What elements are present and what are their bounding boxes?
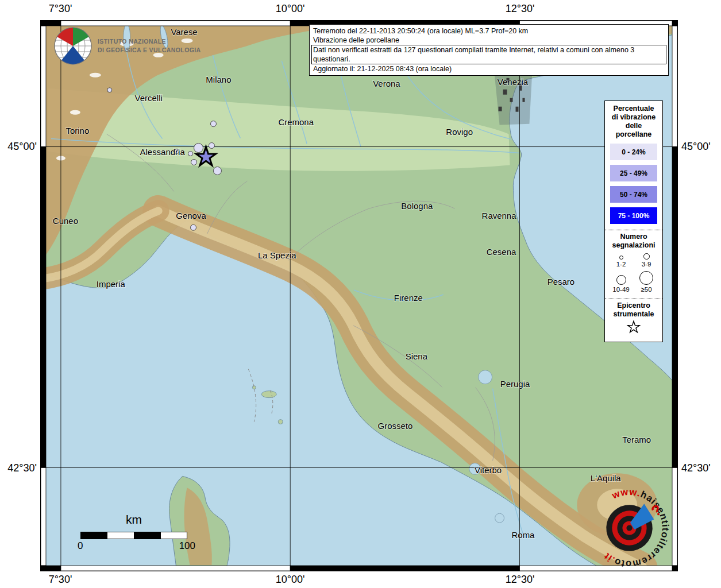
city-label-alessandria: Alessandria — [140, 148, 186, 157]
city-label-torino: Torino — [65, 126, 89, 136]
axis-label-right-1: 45°00' — [681, 141, 711, 153]
legend-class-2: 50 - 74% — [610, 186, 657, 203]
legend-class-1: 25 - 49% — [610, 165, 657, 181]
axis-label-top-2: 10°00' — [276, 3, 305, 15]
signal-size-circle — [639, 271, 653, 285]
signal-size-3: ≥50 — [634, 271, 659, 293]
city-label-bologna: Bologna — [401, 201, 433, 211]
scale-end-label: 100 — [179, 540, 195, 552]
event-updated-at: Aggiornato il: 21-12-2025 08:43 (ora loc… — [313, 64, 665, 74]
scale-start-label: 0 — [78, 540, 83, 552]
city-label-grosseto: Grosseto — [378, 421, 413, 431]
city-label-imperia: Imperia — [97, 279, 126, 289]
axis-label-top-1: 7°30' — [49, 3, 72, 15]
city-label-cremona: Cremona — [278, 117, 314, 127]
legend-epicenter-title: Epicentro strumentale — [605, 301, 662, 319]
signal-size-0: 1-2 — [608, 253, 634, 268]
axis-label-bottom-3: 12°30' — [506, 574, 535, 586]
observation-circle-8 — [191, 225, 196, 230]
signal-size-circle — [616, 275, 626, 285]
legend-epicenter-title-line: strumentale — [605, 310, 662, 319]
legend-title-line: di vibrazione — [605, 113, 662, 122]
legend-title-line: delle — [605, 122, 662, 130]
legend-signals-title-line: Numero — [605, 233, 662, 241]
city-label-roma: Roma — [512, 530, 535, 540]
city-label-viterbo: Viterbo — [475, 465, 502, 475]
legend-epicenter-title-line: Epicentro — [605, 301, 662, 310]
legend-signals-title-line: segnalazioni — [605, 241, 662, 250]
city-label-ravenna: Ravenna — [482, 211, 517, 220]
observation-circle-7 — [213, 167, 221, 175]
signal-size-1: 3-9 — [634, 253, 659, 268]
legend-title-line: Percentuale — [605, 105, 662, 113]
city-label-pesaro: Pesaro — [548, 277, 575, 287]
event-data-note: Dati non verificati estratti da 127 ques… — [311, 45, 666, 64]
epicenter-star-icon — [626, 320, 641, 335]
city-label-rovigo: Rovigo — [446, 127, 473, 137]
legend-signal-sizes: 1-23-910-49≥50 — [605, 250, 662, 293]
small-island-1 — [252, 386, 256, 389]
city-label-firenze: Firenze — [394, 293, 423, 303]
axis-label-bottom-1: 7°30' — [49, 574, 72, 586]
legend-title: Percentuale di vibrazione delle porcella… — [605, 105, 662, 139]
city-label-milano: Milano — [206, 75, 231, 84]
ingv-name-line2: DI GEOFISICA E VULCANOLOGIA — [98, 46, 201, 55]
legend-divider — [605, 230, 662, 230]
signal-size-2: 10-49 — [608, 271, 634, 293]
city-label-la-spezia: La Spezia — [258, 250, 296, 260]
legend-panel: Percentuale di vibrazione delle porcella… — [604, 100, 663, 342]
observation-circle-6 — [191, 159, 197, 165]
axis-label-bottom-2: 10°00' — [276, 574, 305, 586]
axis-label-left-1: 45°00' — [1, 141, 37, 153]
axis-label-top-3: 12°30' — [506, 3, 535, 15]
scale-bar: km 0 100 — [80, 513, 187, 552]
legend-title-line: porcellane — [605, 130, 662, 139]
scale-bar-segments — [80, 532, 187, 539]
signal-size-label: ≥50 — [641, 286, 651, 293]
observation-circle-2 — [209, 143, 214, 149]
ingv-name-line1: ISTITUTO NAZIONALE — [98, 37, 201, 46]
city-label-teramo: Teramo — [622, 435, 651, 444]
city-label-genova: Genova — [176, 211, 206, 220]
observation-circle-1 — [210, 121, 216, 127]
city-label-cesena: Cesena — [487, 247, 516, 257]
earthquake-map-page: 7°30' 10°00' 12°30' 7°30' 10°00' 12°30' … — [0, 0, 721, 588]
city-label-cuneo: Cuneo — [53, 216, 78, 226]
city-label-siena: Siena — [406, 351, 428, 361]
axis-label-right-2: 42°30' — [681, 462, 711, 474]
legend-class-0: 0 - 24% — [610, 144, 657, 160]
haisentitoilterremoto-logo: www.haisentitoilterremoto.it ? — [579, 478, 680, 581]
city-label-venezia: Venezia — [498, 77, 529, 87]
observation-circle-5 — [188, 152, 193, 156]
legend-signals-title: Numero segnalazioni — [605, 233, 662, 250]
signal-size-label: 1-2 — [616, 261, 626, 268]
small-island-2 — [278, 420, 283, 424]
observation-circle-0 — [107, 88, 112, 92]
signal-size-label: 3-9 — [642, 261, 651, 268]
legend-class-3: 75 - 100% — [610, 207, 657, 224]
legend-classes: 0 - 24%25 - 49%50 - 74%75 - 100% — [605, 144, 662, 224]
signal-size-circle — [643, 253, 650, 260]
city-label-vercelli: Vercelli — [135, 93, 163, 103]
event-map-type: Vibrazione delle porcellane — [313, 36, 665, 45]
haisentito-logo-icon: www.haisentitoilterremoto.it ? — [579, 478, 680, 578]
axis-label-left-2: 42°30' — [1, 462, 37, 474]
event-info-box: Terremoto del 22-11-2013 20:50:24 (ora l… — [309, 24, 669, 76]
ingv-globe-icon — [53, 26, 93, 66]
city-label-verona: Verona — [373, 79, 400, 88]
observation-circle-3 — [194, 144, 203, 153]
signal-size-circle — [619, 256, 623, 260]
elba-island — [261, 391, 276, 398]
signal-size-label: 10-49 — [612, 286, 629, 293]
legend-divider-2 — [605, 299, 662, 299]
ingv-logo: ISTITUTO NAZIONALE DI GEOFISICA E VULCAN… — [53, 26, 201, 66]
scale-unit-label: km — [80, 513, 187, 527]
city-label-perugia: Perugia — [500, 379, 530, 389]
event-title: Terremoto del 22-11-2013 20:50:24 (ora l… — [313, 26, 665, 36]
